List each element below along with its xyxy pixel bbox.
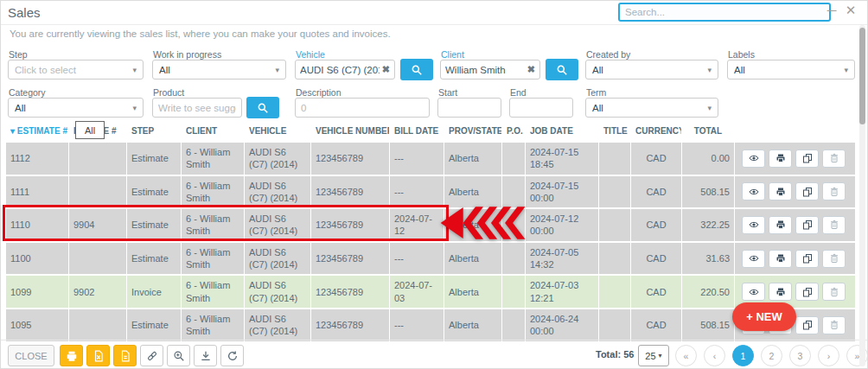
delete-button[interactable]	[822, 250, 846, 268]
cell-client: 6 - William Smith	[182, 143, 244, 175]
search-input[interactable]	[618, 3, 831, 22]
zoom-button[interactable]	[167, 345, 190, 366]
start-date-input[interactable]	[437, 98, 501, 118]
col-job-date[interactable]: JOB DATE	[526, 126, 598, 136]
export-pdf-button[interactable]	[113, 345, 137, 366]
chevron-down-icon: ▾	[844, 66, 848, 74]
clear-icon[interactable]: ✖	[380, 64, 390, 75]
duplicate-button[interactable]	[795, 283, 819, 301]
view-button[interactable]	[742, 250, 765, 268]
term-select[interactable]: All▾	[585, 98, 718, 118]
view-button[interactable]	[742, 182, 765, 200]
view-button[interactable]	[742, 216, 765, 234]
col-title[interactable]: TITLE	[599, 126, 630, 136]
printer-icon	[66, 350, 78, 362]
invoice-column-filter[interactable]: All	[75, 121, 105, 139]
col-currency[interactable]: CURRENCY	[631, 126, 681, 136]
cell-vehicle: AUDI S6 (C7) (2014)	[245, 243, 310, 275]
vehicle-search-button[interactable]	[400, 59, 433, 80]
page-size-select[interactable]: 25▾	[638, 345, 669, 366]
print-button[interactable]	[769, 182, 792, 200]
end-date-input[interactable]	[509, 98, 573, 118]
delete-button[interactable]	[822, 150, 846, 168]
table-row[interactable]: 1112 Estimate 6 - William Smith AUDI S6 …	[6, 143, 855, 175]
col-client[interactable]: CLIENT	[182, 126, 244, 136]
category-select[interactable]: All▾	[8, 98, 144, 118]
search-icon	[257, 102, 269, 114]
col-total[interactable]: TOTAL	[682, 126, 734, 136]
cell-total: 31.63	[682, 243, 734, 275]
view-button[interactable]	[742, 150, 765, 168]
pdf-file-icon	[119, 350, 131, 362]
eye-icon	[749, 287, 759, 297]
cell-bill-date: ---	[390, 243, 444, 275]
step-select[interactable]: Click to select▾	[8, 60, 144, 80]
delete-button[interactable]	[822, 316, 846, 334]
filter-label-step: Step	[9, 49, 28, 60]
col-vehicle-number[interactable]: VEHICLE NUMBER	[311, 126, 389, 136]
close-icon[interactable]: ✕	[843, 3, 858, 18]
print-button[interactable]	[769, 250, 792, 268]
col-estimate[interactable]: ▾ ESTIMATE #	[6, 126, 68, 136]
cell-estimate: 1112	[6, 143, 68, 175]
table-row-invoice[interactable]: 1099 9902 Invoice 6 - William Smith AUDI…	[6, 276, 855, 308]
duplicate-button[interactable]	[795, 150, 819, 168]
page-3-button[interactable]: 3	[789, 345, 811, 366]
created-by-select[interactable]: All▾	[585, 60, 718, 80]
duplicate-button[interactable]	[795, 182, 819, 200]
link-button[interactable]	[140, 345, 163, 366]
description-input[interactable]	[295, 98, 430, 118]
print-button[interactable]	[769, 216, 792, 234]
page-1-button[interactable]: 1	[732, 345, 754, 366]
search-icon	[411, 64, 423, 76]
col-prov-state[interactable]: PROV/STATE	[444, 126, 501, 136]
row-actions	[735, 209, 855, 241]
minimize-icon[interactable]: ─	[824, 3, 839, 17]
col-step[interactable]: STEP	[127, 126, 181, 136]
refresh-icon	[227, 350, 239, 362]
new-button[interactable]: + NEW	[732, 302, 796, 331]
vertical-scrollbar-thumb[interactable]	[859, 28, 865, 124]
cell-prov-state: Alberta	[444, 276, 501, 308]
print-button[interactable]	[769, 283, 792, 301]
vehicle-input[interactable]	[300, 65, 380, 75]
labels-select[interactable]: All▾	[727, 60, 855, 80]
cell-vehicle-number: 123456789	[311, 243, 389, 275]
client-search-button[interactable]	[546, 59, 578, 80]
table-row[interactable]: 1100 Estimate 6 - William Smith AUDI S6 …	[6, 243, 855, 275]
cell-po	[502, 276, 525, 308]
refresh-button[interactable]	[220, 345, 244, 366]
col-bill-date[interactable]: BILL DATE	[390, 126, 444, 136]
download-button[interactable]	[194, 345, 217, 366]
product-search-button[interactable]	[246, 97, 279, 118]
client-input[interactable]	[445, 65, 525, 75]
table-row-highlighted[interactable]: 1110 9904 Estimate 6 - William Smith AUD…	[6, 209, 855, 241]
product-input[interactable]	[152, 98, 242, 118]
work-in-progress-select[interactable]: All▾	[152, 60, 286, 80]
page-first-button[interactable]: «	[675, 345, 697, 366]
cell-client: 6 - William Smith	[182, 309, 244, 341]
filter-label-vehicle: Vehicle	[296, 49, 325, 60]
delete-button[interactable]	[822, 216, 846, 234]
table-row[interactable]: 1111 Estimate 6 - William Smith AUDI S6 …	[6, 176, 855, 208]
eye-icon	[749, 187, 759, 197]
col-po[interactable]: P.O. #	[502, 126, 525, 136]
export-excel-button[interactable]	[86, 345, 110, 366]
duplicate-button[interactable]	[795, 250, 819, 268]
clear-icon[interactable]: ✖	[525, 64, 535, 75]
table-row[interactable]: 1095 Estimate 6 - William Smith AUDI S6 …	[6, 309, 855, 341]
page-next-button[interactable]: ›	[818, 345, 839, 366]
print-button[interactable]	[769, 150, 792, 168]
duplicate-button[interactable]	[795, 216, 819, 234]
page-2-button[interactable]: 2	[761, 345, 782, 366]
col-vehicle[interactable]: VEHICLE	[245, 126, 310, 136]
cell-po	[502, 243, 525, 275]
close-button[interactable]: CLOSE	[8, 345, 54, 366]
delete-button[interactable]	[822, 283, 846, 301]
print-list-button[interactable]	[60, 345, 83, 366]
page-prev-button[interactable]: ‹	[704, 345, 725, 366]
wip-select-value: All	[159, 65, 170, 75]
delete-button[interactable]	[822, 182, 846, 200]
duplicate-button[interactable]	[795, 316, 819, 334]
view-button[interactable]	[742, 283, 765, 301]
